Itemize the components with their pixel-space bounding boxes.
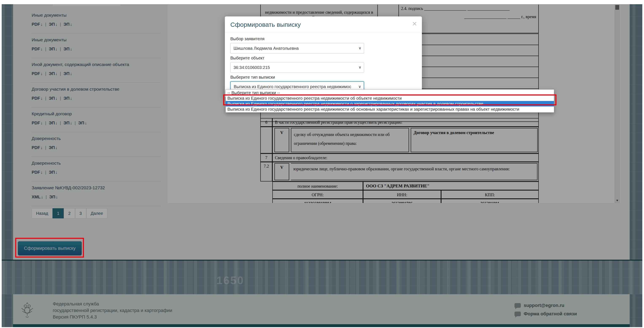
generate-extract-modal: Сформировать выписку × Выбор заявителя Ш… (225, 16, 422, 97)
applicant-select-value: Шишлова Людмила Анатольевна (234, 46, 356, 51)
chevron-down-icon: ∨ (358, 84, 361, 89)
modal-body: Выбор заявителя Шишлова Людмила Анатолье… (225, 32, 422, 97)
extract-type-label: Выберите тип выписки (230, 75, 416, 80)
object-select[interactable]: 36:34:0106003:215 ∨ (230, 62, 364, 73)
applicant-label: Выбор заявителя (230, 36, 416, 41)
page: 1650 Иные документыPDF↓|ЭП↓|ЭП↓Иные доку… (0, 0, 644, 328)
extract-type-select-value: Выписка из Единого государственного реес… (234, 84, 356, 89)
modal-header: Сформировать выписку × (225, 16, 422, 32)
object-select-value: 36:34:0106003:215 (234, 65, 356, 70)
annotation-box-selected-option (223, 94, 556, 105)
annotation-box-generate-button (15, 238, 84, 258)
chevron-down-icon: ∨ (358, 46, 361, 50)
close-icon[interactable]: × (412, 20, 417, 27)
applicant-select[interactable]: Шишлова Людмила Анатольевна ∨ (230, 43, 364, 53)
object-label: Выберите объект (230, 56, 416, 60)
chevron-down-icon: ∨ (358, 65, 361, 69)
dropdown-option[interactable]: Выписка из Единого государственного реес… (226, 106, 554, 112)
modal-title: Сформировать выписку (230, 21, 416, 28)
